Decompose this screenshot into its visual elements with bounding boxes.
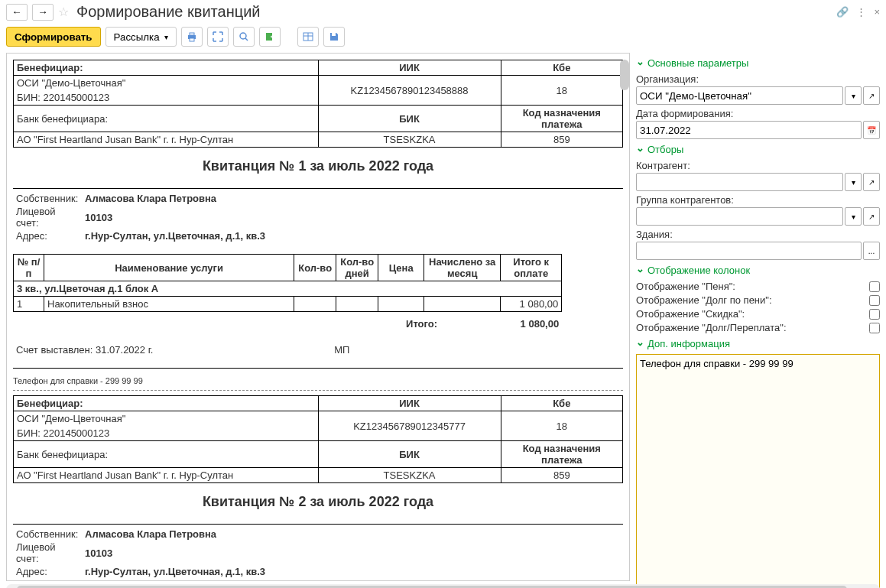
kbe-value: 18: [501, 76, 622, 106]
discount-label: Отображение "Скидка":: [636, 308, 745, 320]
svg-rect-9: [332, 33, 336, 36]
iik-label: ИИК: [399, 62, 420, 73]
penalty-checkbox[interactable]: [869, 281, 880, 292]
org-dropdown-button[interactable]: ▾: [845, 86, 862, 105]
group-label: Группа контрагентов:: [636, 194, 880, 206]
mailing-button[interactable]: Рассылка: [105, 27, 177, 47]
debt-overpay-checkbox[interactable]: [869, 323, 880, 333]
kbe-label: Кбе: [553, 62, 570, 73]
title-bar: ← → ☆ Формирование квитанций 🔗 ⋮ ×: [0, 0, 886, 24]
receipt-1: Бенефициар: ИИК Кбе ОСИ "Демо-Цветочная"…: [13, 60, 623, 385]
svg-line-4: [245, 38, 248, 41]
beneficiary-table-2: Бенефициар: ИИК Кбе ОСИ "Демо-Цветочная"…: [13, 395, 623, 483]
save-button[interactable]: [323, 27, 345, 47]
org-input[interactable]: [636, 86, 843, 105]
expand-icon: [212, 31, 224, 43]
org-label: Организация:: [636, 73, 880, 85]
back-button[interactable]: ←: [6, 4, 28, 21]
buildings-more[interactable]: ...: [863, 242, 880, 260]
table-button[interactable]: [297, 27, 319, 47]
svg-rect-2: [190, 38, 194, 41]
bank-name: АО "First Heartland Jusan Bank" г. г. Ну…: [14, 132, 319, 148]
section-header-row: 3 кв., ул.Цветочая д.1 блок А: [17, 283, 158, 294]
bin-value: БИН: 220145000123: [14, 90, 319, 106]
section-additional-info[interactable]: Доп. информация: [636, 336, 880, 351]
services-table: № п/п Наименование услуги Кол-во Кол-во …: [13, 254, 562, 312]
favorite-icon[interactable]: ☆: [58, 5, 69, 19]
bik-label: БИК: [399, 113, 420, 125]
zoom-icon: [238, 31, 250, 43]
receipt-title: Квитанция № 1 за июль 2022 года: [13, 148, 623, 185]
beneficiary-name: ОСИ "Демо-Цветочная": [14, 76, 319, 91]
group-open[interactable]: ↗: [863, 207, 880, 226]
owner-info: Собственник:Алмасова Клара Петровна Лице…: [13, 192, 623, 242]
debt-penalty-label: Отображение "Долг по пени":: [636, 294, 772, 306]
page-title: Формирование квитанций: [76, 3, 832, 21]
owner-info-2: Собственник:Алмасова Клара Петровна Лице…: [13, 528, 623, 578]
buildings-input[interactable]: [636, 242, 862, 260]
svg-rect-1: [190, 33, 194, 35]
beneficiary-label: Бенефициар:: [17, 62, 83, 73]
scrollbar-vertical[interactable]: [620, 60, 629, 90]
toolbar: Сформировать Рассылка: [0, 24, 886, 50]
scrollbar-horizontal[interactable]: [6, 584, 880, 588]
export-icon: [264, 31, 276, 43]
section-filters[interactable]: Отборы: [636, 142, 880, 157]
counterparty-input[interactable]: [636, 173, 843, 191]
calendar-icon: 📅: [867, 126, 876, 135]
discount-checkbox[interactable]: [869, 309, 880, 320]
counterparty-open[interactable]: ↗: [863, 173, 880, 191]
receipt-2: Бенефициар: ИИК Кбе ОСИ "Демо-Цветочная"…: [13, 395, 623, 578]
receipt-title-2: Квитанция № 2 за июль 2022 года: [13, 483, 623, 521]
purpose-value: 859: [501, 132, 622, 148]
print-icon: [186, 31, 198, 43]
info-textarea[interactable]: [636, 354, 880, 588]
bik-value: TSESKZKA: [318, 132, 501, 148]
svg-point-3: [240, 33, 246, 39]
zoom-button[interactable]: [233, 27, 255, 47]
side-panel: Основные параметры Организация: ▾ ↗ Дата…: [630, 50, 886, 584]
issued-row: Счет выставлен: 31.07.2022 г.МП: [13, 343, 379, 357]
expand-button[interactable]: [207, 27, 229, 47]
counterparty-dropdown[interactable]: ▾: [845, 173, 862, 191]
table-row: 1 Накопительный взнос 1 080,00: [14, 297, 562, 312]
bank-label: Банк бенефициара:: [14, 106, 319, 132]
counterparty-label: Контрагент:: [636, 160, 880, 171]
group-dropdown[interactable]: ▾: [845, 207, 862, 226]
total-row: Итого: 1 080,00: [13, 317, 562, 331]
iik-value: KZ1234567890123458888: [318, 76, 501, 106]
purpose-label: Код назначения платежа: [523, 107, 601, 130]
beneficiary-table: Бенефициар: ИИК Кбе ОСИ "Демо-Цветочная"…: [13, 60, 623, 148]
buildings-label: Здания:: [636, 229, 880, 240]
date-label: Дата формирования:: [636, 108, 880, 119]
phone-footnote: Телефон для справки - 299 99 99: [13, 376, 623, 385]
section-columns[interactable]: Отображение колонок: [636, 263, 880, 278]
debt-overpay-label: Отображение "Долг/Переплата":: [636, 322, 787, 333]
debt-penalty-checkbox[interactable]: [869, 295, 880, 306]
calendar-button[interactable]: 📅: [863, 121, 880, 139]
print-button[interactable]: [181, 27, 203, 47]
date-input[interactable]: [636, 121, 862, 139]
table-icon: [302, 31, 314, 43]
penalty-label: Отображение "Пеня":: [636, 281, 735, 292]
export-button[interactable]: [259, 27, 281, 47]
more-icon[interactable]: ⋮: [856, 6, 866, 18]
group-input[interactable]: [636, 207, 843, 226]
link-icon[interactable]: 🔗: [836, 6, 849, 18]
close-icon[interactable]: ×: [874, 6, 880, 18]
save-icon: [328, 31, 340, 43]
section-main-params[interactable]: Основные параметры: [636, 56, 880, 70]
preview-area[interactable]: Бенефициар: ИИК Кбе ОСИ "Демо-Цветочная"…: [6, 53, 630, 581]
generate-button[interactable]: Сформировать: [6, 27, 101, 47]
org-open-button[interactable]: ↗: [863, 86, 880, 105]
forward-button[interactable]: →: [32, 4, 54, 21]
